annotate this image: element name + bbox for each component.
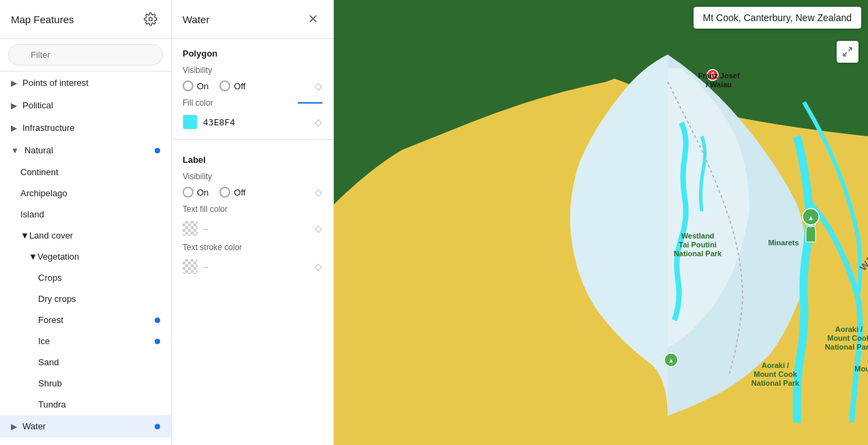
sidebar-item-crops[interactable]: Crops xyxy=(0,267,171,288)
sidebar-item-tundra[interactable]: Tundra xyxy=(0,394,171,415)
sidebar-item-infrastructure[interactable]: ▶ Infrastructure xyxy=(0,117,171,139)
sidebar-item-points-of-interest[interactable]: ▶ Points of interest xyxy=(0,72,171,94)
sidebar-item-label: Dry crops xyxy=(38,294,76,304)
sidebar-item-label: Vegetation xyxy=(37,251,79,262)
detail-panel-title: Water xyxy=(183,14,209,25)
svg-text:National Park: National Park xyxy=(825,343,868,351)
filter-input[interactable] xyxy=(8,44,163,65)
fill-color-swatch[interactable] xyxy=(183,114,198,129)
svg-text:National Park: National Park xyxy=(751,379,800,387)
text-stroke-color-swatch[interactable] xyxy=(183,259,198,274)
text-fill-color-swatch[interactable] xyxy=(183,221,198,236)
modified-dot xyxy=(155,318,160,323)
sidebar-item-sand[interactable]: Sand xyxy=(0,352,171,373)
sidebar-item-label: Shrub xyxy=(38,378,62,388)
radio-off-option[interactable]: Off xyxy=(219,80,245,91)
svg-text:Franz Josef: Franz Josef xyxy=(698,72,739,80)
sidebar-item-political[interactable]: ▶ Political xyxy=(0,94,171,117)
svg-point-0 xyxy=(149,18,153,21)
svg-text:▲: ▲ xyxy=(668,357,675,364)
visibility-label: Visibility xyxy=(172,63,333,76)
diamond-icon: ◇ xyxy=(315,80,322,91)
sidebar-item-vegetation[interactable]: ▼ Vegetation xyxy=(0,246,171,267)
chevron-right-icon: ▶ xyxy=(11,101,17,110)
radio-on-circle xyxy=(183,187,193,198)
map-svg: 6 ▲ ▲ ▲ ▲ Franz Josef / Waiau Westland T… xyxy=(334,0,868,445)
sidebar-item-label: Continent xyxy=(20,167,59,177)
svg-text:Mount Cook: Mount Cook xyxy=(827,334,868,342)
label-visibility-label: Visibility xyxy=(172,169,333,183)
chevron-right-icon: ▶ xyxy=(11,78,17,88)
svg-line-35 xyxy=(848,48,852,51)
label-section-label: Label xyxy=(172,145,333,169)
map-expand-button[interactable] xyxy=(837,41,858,63)
diamond-icon: ◇ xyxy=(315,187,322,198)
text-fill-placeholder: – xyxy=(203,224,208,234)
detail-panel: Water ✕ Polygon Visibility On Off ◇ Fill… xyxy=(172,0,334,445)
modified-dot xyxy=(155,148,160,153)
radio-off-circle xyxy=(219,80,230,91)
sidebar-item-archipelago[interactable]: Archipelago xyxy=(0,183,171,204)
sidebar-item-background[interactable]: Background xyxy=(0,438,171,445)
radio-on-option[interactable]: On xyxy=(183,80,208,91)
svg-text:Mount Hutton: Mount Hutton xyxy=(854,365,868,373)
map-search-text: Mt Cook, Canterbury, New Zealand xyxy=(703,12,852,23)
svg-text:▲: ▲ xyxy=(807,214,814,221)
sidebar-item-label: Natural xyxy=(25,145,53,155)
sidebar-item-shrub[interactable]: Shrub xyxy=(0,373,171,394)
gear-icon xyxy=(144,12,157,26)
sidebar-item-label: Tundra xyxy=(38,399,66,410)
sidebar-header: Map Features xyxy=(0,0,171,39)
radio-on-label: On xyxy=(197,81,208,91)
filter-wrapper xyxy=(8,44,163,65)
sidebar-item-land-cover[interactable]: ▼ Land cover xyxy=(0,225,171,246)
diamond-icon: ◇ xyxy=(315,261,322,272)
svg-text:Aoraki /: Aoraki / xyxy=(762,361,789,369)
text-stroke-placeholder: – xyxy=(203,262,208,272)
fill-color-value: 43E8F4 xyxy=(203,117,235,127)
sidebar-item-natural[interactable]: ▼ Natural xyxy=(0,139,171,162)
svg-text:/ Waiau: / Waiau xyxy=(706,80,732,89)
label-radio-off[interactable]: Off xyxy=(219,187,245,198)
svg-text:Minarets: Minarets xyxy=(768,239,799,247)
sidebar-item-label: Ice xyxy=(38,336,50,346)
sidebar-title: Map Features xyxy=(11,14,74,25)
close-button[interactable]: ✕ xyxy=(303,10,322,29)
sidebar-item-label: Points of interest xyxy=(22,78,89,88)
modified-dot xyxy=(155,339,160,344)
chevron-right-icon: ▶ xyxy=(11,422,17,431)
sidebar-item-label: Archipelago xyxy=(20,188,67,198)
svg-text:Mount Cook: Mount Cook xyxy=(754,370,797,378)
sidebar-item-ice[interactable]: Ice xyxy=(0,331,171,352)
fill-color-divider xyxy=(298,102,322,104)
label-visibility-radio-group: On Off xyxy=(183,187,312,198)
svg-line-36 xyxy=(843,52,847,56)
label-radio-on[interactable]: On xyxy=(183,187,208,198)
sidebar-item-label: Crops xyxy=(38,273,62,283)
polygon-section-label: Polygon xyxy=(172,39,333,63)
svg-text:National Park: National Park xyxy=(674,249,722,258)
sidebar-item-label: Water xyxy=(22,421,46,431)
radio-off-label: Off xyxy=(234,81,245,91)
radio-on-circle xyxy=(183,80,193,91)
sidebar: Map Features ▶ Points of interest ▶ Poli… xyxy=(0,0,172,445)
sidebar-item-label: Land cover xyxy=(29,230,73,241)
sidebar-item-forest[interactable]: Forest xyxy=(0,309,171,331)
sidebar-item-water[interactable]: ▶ Water xyxy=(0,415,171,438)
sidebar-item-dry-crops[interactable]: Dry crops xyxy=(0,288,171,309)
svg-text:Tai Poutini: Tai Poutini xyxy=(679,241,716,249)
sidebar-item-island[interactable]: Island xyxy=(0,204,171,225)
chevron-down-icon: ▼ xyxy=(11,146,19,155)
chevron-down-icon: ▼ xyxy=(20,230,29,241)
map-search-bar: Mt Cook, Canterbury, New Zealand xyxy=(694,7,861,29)
map-area: 6 ▲ ▲ ▲ ▲ Franz Josef / Waiau Westland T… xyxy=(334,0,868,445)
text-fill-color-label: Text fill color xyxy=(172,202,333,217)
section-divider xyxy=(172,139,333,140)
radio-off-label: Off xyxy=(234,187,245,198)
detail-header: Water ✕ xyxy=(172,0,333,39)
chevron-right-icon: ▶ xyxy=(11,123,17,133)
sidebar-item-continent[interactable]: Continent xyxy=(0,162,171,183)
sidebar-item-label: Forest xyxy=(38,315,63,325)
gear-button[interactable] xyxy=(141,10,160,29)
sidebar-item-label: Sand xyxy=(38,357,59,367)
